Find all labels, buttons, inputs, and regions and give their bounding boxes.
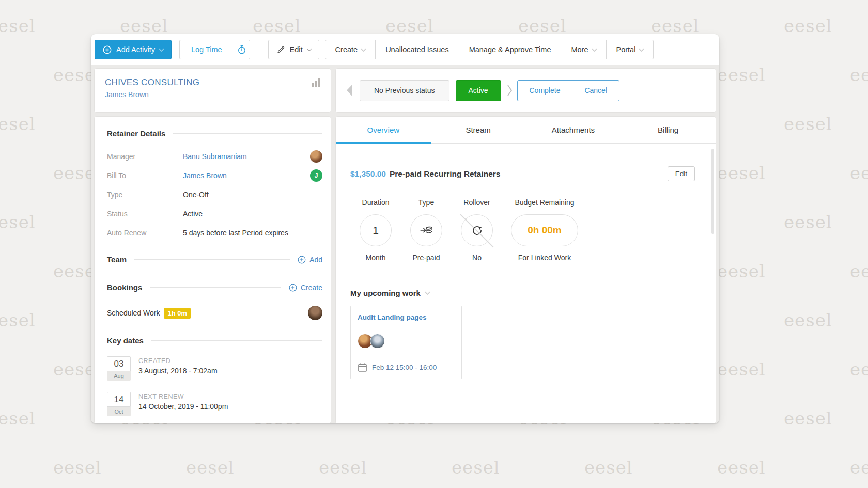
tab-stream[interactable]: Stream (431, 117, 526, 143)
more-label: More (571, 45, 588, 54)
chevron-down-icon (639, 46, 644, 51)
tab-billing[interactable]: Billing (621, 117, 716, 143)
stat-label: Pre-paid (401, 254, 452, 262)
budget-remaining-pill: 0h 00m (511, 214, 578, 246)
manage-approve-time-button[interactable]: Manage & Approve Time (459, 40, 562, 59)
retainer-amount: $1,350.00 (350, 169, 386, 179)
watermark-text: eesel (319, 457, 367, 478)
work-schedule-time: Feb 12 15:00 - 16:00 (372, 364, 437, 371)
more-button[interactable]: More (561, 40, 606, 59)
stat-header: Budget Remaining (502, 198, 587, 207)
detail-label: Auto Renew (107, 229, 183, 237)
chevron-down-icon (592, 46, 597, 51)
stat-label: Month (350, 254, 401, 262)
watermark-text: eesel (452, 457, 500, 478)
key-date-value: 14 October, 2019 - 11:00pm (138, 402, 228, 411)
company-contact-link[interactable]: James Brown (105, 90, 320, 99)
create-button[interactable]: Create (325, 40, 376, 59)
right-column: No Previous status Active Complete Cance… (336, 69, 716, 423)
stat-budget-remaining: Budget Remaining 0h 00m For Linked Work (502, 198, 587, 262)
watermark-text: eesel (651, 15, 700, 36)
avatar[interactable] (308, 306, 322, 320)
section-title: Team (107, 255, 127, 264)
avatar[interactable] (370, 334, 385, 349)
cancel-button[interactable]: Cancel (572, 80, 619, 101)
tab-attachments[interactable]: Attachments (526, 117, 621, 143)
retainer-details-card: Retainer Details Manager Banu Subramania… (95, 117, 331, 423)
watermark-text: eesel (717, 163, 766, 183)
rollover-circle (461, 214, 493, 246)
unallocated-issues-button[interactable]: Unallocated Issues (375, 40, 459, 59)
watermark-text: eesel (0, 15, 36, 36)
company-card: CHIVES CONSULTING James Brown (95, 69, 331, 112)
watermark-text: eesel (850, 359, 868, 380)
watermark-text: eesel (784, 114, 832, 134)
plus-circle-icon (289, 284, 297, 292)
overview-card: Overview Stream Attachments Billing $1,3… (336, 117, 716, 423)
section-title: Bookings (107, 283, 142, 292)
watermark-text: eesel (784, 15, 832, 36)
watermark-text: eesel (186, 457, 235, 478)
duration-value: 1 (373, 224, 379, 237)
detail-value: One-Off (183, 191, 322, 199)
manager-link[interactable]: Banu Subramaniam (183, 152, 310, 161)
previous-status-button[interactable]: No Previous status (360, 80, 450, 101)
upcoming-work-title: My upcoming work (350, 289, 421, 297)
scrollbar-thumb[interactable] (711, 149, 714, 234)
unallocated-issues-label: Unallocated Issues (385, 45, 449, 54)
portal-button[interactable]: Portal (606, 40, 654, 59)
watermark-text: eesel (717, 359, 766, 380)
bookings-create-button[interactable]: Create (289, 284, 322, 292)
watermark-text: eesel (717, 65, 766, 85)
current-status-button[interactable]: Active (456, 80, 501, 101)
scheduled-work-label: Scheduled Work (107, 309, 160, 317)
add-activity-button[interactable]: Add Activity (95, 40, 172, 59)
detail-row-auto-renew: Auto Renew 5 days before last Period exp… (107, 223, 322, 242)
stat-type: Type Pre-paid (401, 198, 452, 262)
team-add-button[interactable]: Add (298, 256, 322, 264)
tab-overview[interactable]: Overview (336, 117, 431, 143)
avatar[interactable] (310, 150, 322, 163)
bill-to-link[interactable]: James Brown (183, 171, 310, 180)
bar-chart-icon[interactable] (311, 78, 321, 87)
calendar-icon (358, 363, 367, 372)
toolbar-button-group: Create Unallocated Issues Manage & Appro… (325, 40, 654, 59)
calendar-month: Oct (107, 407, 131, 416)
watermark-text: eesel (850, 261, 868, 281)
overview-edit-button[interactable]: Edit (668, 166, 695, 181)
complete-button[interactable]: Complete (517, 80, 573, 101)
work-item-title[interactable]: Audit Landing pages (358, 313, 455, 321)
work-schedule-row: Feb 12 15:00 - 16:00 (358, 357, 455, 379)
stat-header: Rollover (452, 198, 502, 207)
duration-circle: 1 (360, 214, 392, 246)
chevron-left-icon[interactable] (346, 85, 352, 96)
section-title: Key dates (107, 336, 144, 345)
log-time-button[interactable]: Log Time (180, 40, 234, 59)
key-date-info: NEXT RENEW 14 October, 2019 - 11:00pm (138, 392, 228, 416)
prepaid-icon (419, 223, 433, 238)
type-circle (410, 214, 442, 246)
retainer-detail-rows: Manager Banu Subramaniam Bill To James B… (107, 147, 322, 242)
watermark-text: eesel (385, 15, 434, 36)
avatar[interactable]: J (310, 169, 322, 182)
watermark-text: eesel (0, 408, 36, 429)
detail-row-bill-to: Bill To James Brown J (107, 166, 322, 185)
watermark-text: eesel (120, 15, 168, 36)
upcoming-work-toggle[interactable]: My upcoming work (350, 289, 697, 297)
team-add-label: Add (309, 256, 322, 264)
watermark-text: eesel (0, 212, 36, 232)
edit-button[interactable]: Edit (268, 40, 319, 59)
portal-label: Portal (616, 45, 636, 54)
edit-label: Edit (290, 45, 303, 54)
detail-value: Active (183, 210, 322, 218)
scheduled-work-row: Scheduled Work 1h 0m (107, 306, 322, 320)
key-date-next-renew: 14 Oct NEXT RENEW 14 October, 2019 - 11:… (107, 392, 322, 416)
work-avatars (358, 334, 455, 349)
key-date-info: CREATED 3 August, 2018 - 7:02am (138, 356, 218, 381)
stat-rollover: Rollover No (452, 198, 502, 262)
stopwatch-button[interactable] (234, 40, 250, 59)
upcoming-work-card[interactable]: Audit Landing pages Feb 12 15:00 - 16:00 (350, 306, 462, 379)
company-name-link[interactable]: CHIVES CONSULTING (105, 77, 320, 88)
watermark-text: eesel (717, 457, 766, 478)
stat-label: For Linked Work (502, 254, 587, 262)
